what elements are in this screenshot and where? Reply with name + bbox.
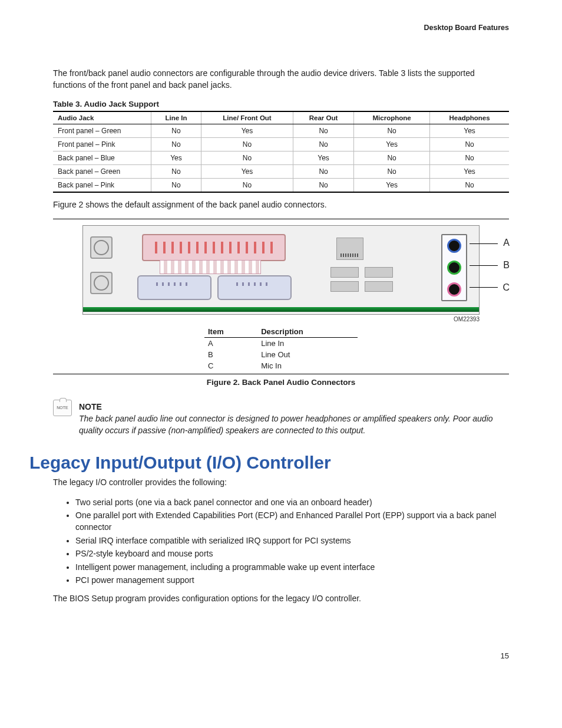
th-rear-out: Rear Out [293,111,354,124]
table-row: Back panel – GreenNoYesNoNoYes [53,164,509,178]
table3-caption: Table 3. Audio Jack Support [53,100,509,108]
usb-port-icon [330,281,359,292]
th-microphone: Microphone [354,111,430,124]
figure-divider-bottom [53,374,509,374]
list-item: Two serial ports (one via a back panel c… [75,497,509,509]
list-item: Serial IRQ interface compatible with ser… [75,535,509,547]
label-b: B [503,260,510,271]
section-after: The BIOS Setup program provides configur… [53,592,509,604]
usb-port-icon [365,281,393,292]
table3: Audio Jack Line In Line/ Front Out Rear … [53,111,509,193]
figure2-intro: Figure 2 shows the default assignment of… [53,199,509,210]
legend-th-item: Item [204,326,257,338]
label-a: A [503,238,510,248]
note-icon: NOTE [53,400,72,416]
section-heading-legacy-io: Legacy Input/Output (I/O) Controller [29,453,509,473]
list-item: One parallel port with Extended Capabili… [75,510,509,533]
leader-line [470,265,498,266]
line-out-jack-icon [447,261,461,275]
list-item: PCI power management support [75,575,509,587]
table-row: Front panel – GreenNoYesNoNoYes [53,124,509,137]
note-body: The back panel audio line out connector … [79,413,509,437]
figure2-caption: Figure 2. Back Panel Audio Connectors [53,378,509,387]
back-panel-diagram: A B C [82,225,480,315]
figure-divider-top [53,219,509,219]
page-header: Desktop Board Features [53,24,509,32]
usb-port-icon [330,267,359,278]
ps2-port-icon [90,272,113,294]
page-number: 15 [53,651,509,660]
th-headphones: Headphones [430,111,509,124]
mic-in-jack-icon [447,282,461,297]
line-in-jack-icon [447,239,461,253]
table-row: Back panel – PinkNoNoNoYesNo [53,178,509,192]
serial-port-icon [137,275,211,300]
section-lead: The legacy I/O controller provides the f… [53,476,509,488]
list-item: Intelligent power management, including … [75,562,509,574]
label-c: C [503,282,510,293]
serial-port-icon [217,275,292,300]
leader-line [470,287,498,288]
figure2-legend: Item Description ALine In BLine Out CMic… [204,326,358,371]
table-row: Back panel – BlueYesNoYesNoNo [53,151,509,164]
th-line-in: Line In [151,111,201,124]
parallel-port-icon [142,234,286,261]
leader-line [470,243,498,244]
audio-jack-stack-icon [441,234,467,301]
note-heading: NOTE [79,402,509,411]
ps2-port-icon [90,236,113,259]
figure-reference-number: OM22393 [53,316,480,322]
feature-list: Two serial ports (one via a back panel c… [53,497,509,587]
usb-port-icon [365,267,393,278]
th-audio-jack: Audio Jack [53,111,151,124]
ethernet-port-icon [336,238,363,260]
table-row: Front panel – PinkNoNoNoYesNo [53,137,509,151]
list-item: PS/2-style keyboard and mouse ports [75,548,509,560]
legend-th-desc: Description [257,326,358,338]
intro-paragraph: The front/back panel audio connectors ar… [53,67,509,91]
th-front-out: Line/ Front Out [201,111,293,124]
